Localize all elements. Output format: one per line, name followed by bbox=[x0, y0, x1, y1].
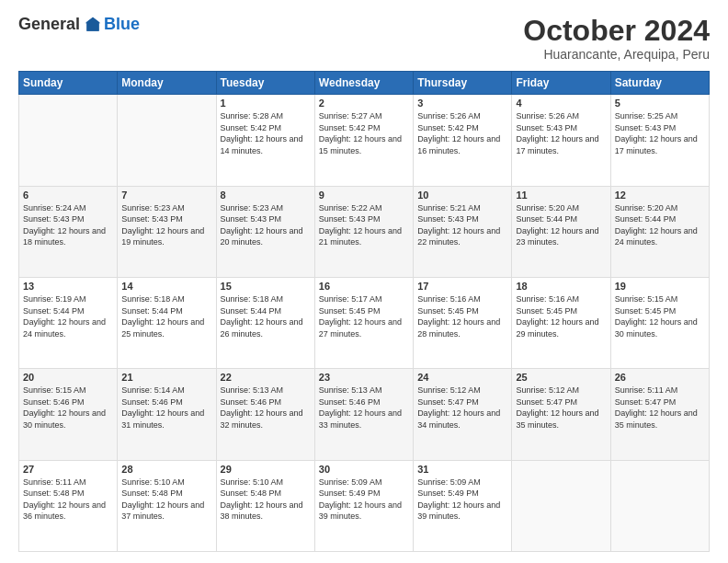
calendar-cell: 11Sunrise: 5:20 AMSunset: 5:44 PMDayligh… bbox=[512, 186, 610, 277]
day-number: 25 bbox=[516, 372, 606, 383]
day-number: 9 bbox=[319, 190, 409, 201]
calendar-cell: 16Sunrise: 5:17 AMSunset: 5:45 PMDayligh… bbox=[314, 277, 413, 368]
day-number: 26 bbox=[615, 372, 705, 383]
calendar-cell bbox=[512, 460, 610, 551]
day-info: Sunrise: 5:15 AMSunset: 5:46 PMDaylight:… bbox=[23, 385, 113, 431]
day-number: 27 bbox=[23, 464, 113, 475]
calendar-week-row: 1Sunrise: 5:28 AMSunset: 5:42 PMDaylight… bbox=[19, 95, 710, 186]
weekday-header-sunday: Sunday bbox=[19, 72, 118, 95]
day-number: 24 bbox=[417, 372, 507, 383]
logo: General Blue bbox=[18, 15, 140, 34]
subtitle: Huarancante, Arequipa, Peru bbox=[523, 47, 710, 62]
day-info: Sunrise: 5:13 AMSunset: 5:46 PMDaylight:… bbox=[319, 385, 409, 431]
day-info: Sunrise: 5:12 AMSunset: 5:47 PMDaylight:… bbox=[417, 385, 507, 431]
header: General Blue October 2024 Huarancante, A… bbox=[18, 15, 710, 62]
calendar-cell: 26Sunrise: 5:11 AMSunset: 5:47 PMDayligh… bbox=[610, 369, 709, 460]
logo-icon bbox=[84, 16, 102, 34]
day-number: 19 bbox=[615, 281, 705, 292]
calendar-cell: 12Sunrise: 5:20 AMSunset: 5:44 PMDayligh… bbox=[610, 186, 709, 277]
day-info: Sunrise: 5:12 AMSunset: 5:47 PMDaylight:… bbox=[516, 385, 606, 431]
day-info: Sunrise: 5:20 AMSunset: 5:44 PMDaylight:… bbox=[516, 202, 606, 248]
calendar-cell: 19Sunrise: 5:15 AMSunset: 5:45 PMDayligh… bbox=[610, 277, 709, 368]
calendar-cell: 24Sunrise: 5:12 AMSunset: 5:47 PMDayligh… bbox=[414, 369, 512, 460]
day-info: Sunrise: 5:15 AMSunset: 5:45 PMDaylight:… bbox=[615, 293, 705, 339]
page: General Blue October 2024 Huarancante, A… bbox=[0, 0, 728, 563]
calendar-cell: 2Sunrise: 5:27 AMSunset: 5:42 PMDaylight… bbox=[314, 95, 413, 186]
day-info: Sunrise: 5:21 AMSunset: 5:43 PMDaylight:… bbox=[417, 202, 507, 248]
calendar-cell: 15Sunrise: 5:18 AMSunset: 5:44 PMDayligh… bbox=[216, 277, 314, 368]
calendar-week-row: 13Sunrise: 5:19 AMSunset: 5:44 PMDayligh… bbox=[19, 277, 710, 368]
calendar-cell: 28Sunrise: 5:10 AMSunset: 5:48 PMDayligh… bbox=[118, 460, 216, 551]
day-info: Sunrise: 5:16 AMSunset: 5:45 PMDaylight:… bbox=[516, 293, 606, 339]
day-info: Sunrise: 5:13 AMSunset: 5:46 PMDaylight:… bbox=[221, 385, 311, 431]
calendar-cell bbox=[118, 95, 216, 186]
calendar-cell: 6Sunrise: 5:24 AMSunset: 5:43 PMDaylight… bbox=[19, 186, 118, 277]
day-info: Sunrise: 5:17 AMSunset: 5:45 PMDaylight:… bbox=[319, 293, 409, 339]
calendar-cell: 18Sunrise: 5:16 AMSunset: 5:45 PMDayligh… bbox=[512, 277, 610, 368]
day-info: Sunrise: 5:09 AMSunset: 5:49 PMDaylight:… bbox=[319, 477, 409, 523]
calendar-cell: 7Sunrise: 5:23 AMSunset: 5:43 PMDaylight… bbox=[118, 186, 216, 277]
month-title: October 2024 bbox=[523, 15, 710, 47]
calendar-cell: 31Sunrise: 5:09 AMSunset: 5:49 PMDayligh… bbox=[414, 460, 512, 551]
calendar-cell: 22Sunrise: 5:13 AMSunset: 5:46 PMDayligh… bbox=[216, 369, 314, 460]
calendar-cell: 1Sunrise: 5:28 AMSunset: 5:42 PMDaylight… bbox=[216, 95, 314, 186]
day-number: 4 bbox=[516, 98, 606, 109]
day-number: 28 bbox=[121, 464, 211, 475]
day-info: Sunrise: 5:10 AMSunset: 5:48 PMDaylight:… bbox=[121, 477, 211, 523]
day-info: Sunrise: 5:28 AMSunset: 5:42 PMDaylight:… bbox=[221, 110, 311, 156]
logo-blue-text: Blue bbox=[104, 15, 140, 34]
day-number: 3 bbox=[417, 98, 507, 109]
day-number: 20 bbox=[23, 372, 113, 383]
day-number: 30 bbox=[319, 464, 409, 475]
calendar-cell: 30Sunrise: 5:09 AMSunset: 5:49 PMDayligh… bbox=[314, 460, 413, 551]
day-info: Sunrise: 5:23 AMSunset: 5:43 PMDaylight:… bbox=[121, 202, 211, 248]
calendar-cell bbox=[610, 460, 709, 551]
day-info: Sunrise: 5:16 AMSunset: 5:45 PMDaylight:… bbox=[417, 293, 507, 339]
day-number: 5 bbox=[615, 98, 705, 109]
day-info: Sunrise: 5:27 AMSunset: 5:42 PMDaylight:… bbox=[319, 110, 409, 156]
day-info: Sunrise: 5:09 AMSunset: 5:49 PMDaylight:… bbox=[417, 477, 507, 523]
calendar-cell: 3Sunrise: 5:26 AMSunset: 5:42 PMDaylight… bbox=[414, 95, 512, 186]
calendar-table: SundayMondayTuesdayWednesdayThursdayFrid… bbox=[18, 71, 710, 552]
weekday-header-friday: Friday bbox=[512, 72, 610, 95]
day-number: 22 bbox=[221, 372, 311, 383]
day-info: Sunrise: 5:18 AMSunset: 5:44 PMDaylight:… bbox=[221, 293, 311, 339]
calendar-cell: 23Sunrise: 5:13 AMSunset: 5:46 PMDayligh… bbox=[314, 369, 413, 460]
day-number: 7 bbox=[121, 190, 211, 201]
calendar-cell: 21Sunrise: 5:14 AMSunset: 5:46 PMDayligh… bbox=[118, 369, 216, 460]
day-info: Sunrise: 5:11 AMSunset: 5:47 PMDaylight:… bbox=[615, 385, 705, 431]
calendar-cell: 10Sunrise: 5:21 AMSunset: 5:43 PMDayligh… bbox=[414, 186, 512, 277]
weekday-header-saturday: Saturday bbox=[610, 72, 709, 95]
weekday-header-thursday: Thursday bbox=[414, 72, 512, 95]
day-number: 29 bbox=[221, 464, 311, 475]
day-info: Sunrise: 5:26 AMSunset: 5:43 PMDaylight:… bbox=[516, 110, 606, 156]
calendar-cell: 20Sunrise: 5:15 AMSunset: 5:46 PMDayligh… bbox=[19, 369, 118, 460]
calendar-week-row: 20Sunrise: 5:15 AMSunset: 5:46 PMDayligh… bbox=[19, 369, 710, 460]
calendar-cell: 25Sunrise: 5:12 AMSunset: 5:47 PMDayligh… bbox=[512, 369, 610, 460]
day-number: 17 bbox=[417, 281, 507, 292]
day-info: Sunrise: 5:18 AMSunset: 5:44 PMDaylight:… bbox=[121, 293, 211, 339]
day-info: Sunrise: 5:11 AMSunset: 5:48 PMDaylight:… bbox=[23, 477, 113, 523]
day-number: 1 bbox=[221, 98, 311, 109]
day-number: 16 bbox=[319, 281, 409, 292]
day-info: Sunrise: 5:26 AMSunset: 5:42 PMDaylight:… bbox=[417, 110, 507, 156]
day-info: Sunrise: 5:22 AMSunset: 5:43 PMDaylight:… bbox=[319, 202, 409, 248]
day-info: Sunrise: 5:23 AMSunset: 5:43 PMDaylight:… bbox=[221, 202, 311, 248]
calendar-cell: 8Sunrise: 5:23 AMSunset: 5:43 PMDaylight… bbox=[216, 186, 314, 277]
calendar-header-row: SundayMondayTuesdayWednesdayThursdayFrid… bbox=[19, 72, 710, 95]
title-section: October 2024 Huarancante, Arequipa, Peru bbox=[523, 15, 710, 62]
day-info: Sunrise: 5:10 AMSunset: 5:48 PMDaylight:… bbox=[221, 477, 311, 523]
calendar-cell: 9Sunrise: 5:22 AMSunset: 5:43 PMDaylight… bbox=[314, 186, 413, 277]
day-number: 2 bbox=[319, 98, 409, 109]
calendar-cell bbox=[19, 95, 118, 186]
day-info: Sunrise: 5:25 AMSunset: 5:43 PMDaylight:… bbox=[615, 110, 705, 156]
logo-general-text: General bbox=[18, 15, 80, 34]
day-number: 18 bbox=[516, 281, 606, 292]
day-number: 8 bbox=[221, 190, 311, 201]
calendar-cell: 13Sunrise: 5:19 AMSunset: 5:44 PMDayligh… bbox=[19, 277, 118, 368]
day-info: Sunrise: 5:14 AMSunset: 5:46 PMDaylight:… bbox=[121, 385, 211, 431]
weekday-header-monday: Monday bbox=[118, 72, 216, 95]
weekday-header-wednesday: Wednesday bbox=[314, 72, 413, 95]
weekday-header-tuesday: Tuesday bbox=[216, 72, 314, 95]
day-number: 6 bbox=[23, 190, 113, 201]
